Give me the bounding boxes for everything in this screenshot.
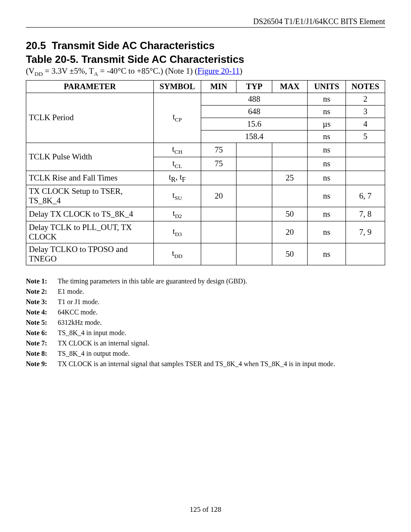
footnote-text: T1 or J1 mode.	[58, 298, 385, 306]
cell-typ: 488	[201, 93, 307, 105]
cell-min	[201, 207, 236, 221]
col-units: UNITS	[308, 80, 346, 93]
table-header-row: PARAMETER SYMBOL MIN TYP MAX UNITS NOTES	[26, 80, 385, 93]
table-row: TCLK Rise and Fall TimestR, tF25ns	[26, 171, 385, 185]
footnote-text: TX CLOCK is an internal signal.	[58, 339, 385, 347]
figure-link[interactable]: Figure 20-11	[197, 66, 240, 75]
cond-sub: A	[94, 71, 98, 77]
cell-typ: 158.4	[201, 130, 307, 143]
cond-text: = 3.3V ±5%, T	[43, 66, 94, 75]
cond-text: )	[240, 66, 242, 75]
footnote-row: Note 3:T1 or J1 mode.	[26, 298, 385, 306]
cell-typ	[237, 157, 272, 171]
cell-max: 50	[272, 243, 307, 265]
footnote-label: Note 9:	[26, 360, 58, 368]
cell-typ: 648	[201, 105, 307, 118]
cell-parameter: TCLK Rise and Fall Times	[26, 171, 154, 185]
footnote-text: TX CLOCK is an internal signal that samp…	[58, 360, 385, 368]
footnote-row: Note 2:E1 mode.	[26, 288, 385, 296]
cell-symbol: tCH	[153, 143, 201, 157]
header-rule	[26, 27, 385, 28]
table-row: Delay TCLKO to TPOSO and TNEGOtDD50ns	[26, 243, 385, 265]
cell-min	[201, 171, 236, 185]
cell-max: 25	[272, 171, 307, 185]
cell-symbol: tD2	[153, 207, 201, 221]
section-number: 20.5	[26, 40, 46, 51]
table-row: TCLK PeriodtCP488ns2	[26, 93, 385, 105]
footnote-text: E1 mode.	[58, 288, 385, 296]
footnote-text: TS_8K_4 in input mode.	[58, 329, 385, 337]
cell-units: ns	[308, 143, 346, 157]
cell-symbol: tR, tF	[153, 171, 201, 185]
col-min: MIN	[201, 80, 236, 93]
footnote-label: Note 8:	[26, 350, 58, 358]
cell-symbol: tSU	[153, 185, 201, 207]
footnotes-block: Note 1:The timing parameters in this tab…	[26, 277, 385, 368]
cell-symbol: tD3	[153, 221, 201, 243]
cell-notes: 3	[346, 105, 385, 118]
cell-units: ns	[308, 185, 346, 207]
cell-notes	[346, 171, 385, 185]
cell-units: ns	[308, 207, 346, 221]
footnote-label: Note 4:	[26, 308, 58, 316]
cell-notes	[346, 157, 385, 171]
cell-symbol: tDD	[153, 243, 201, 265]
footnote-row: Note 4:64KCC mode.	[26, 308, 385, 316]
footnote-label: Note 5:	[26, 319, 58, 327]
footnote-text: 64KCC mode.	[58, 308, 385, 316]
cell-parameter: Delay TX CLOCK to TS_8K_4	[26, 207, 154, 221]
cell-parameter: TCLK Pulse Width	[26, 143, 154, 171]
footnote-label: Note 3:	[26, 298, 58, 306]
table-title: Table 20-5. Transmit Side AC Characteris…	[26, 53, 385, 65]
footnote-row: Note 7:TX CLOCK is an internal signal.	[26, 339, 385, 347]
footnote-row: Note 9:TX CLOCK is an internal signal th…	[26, 360, 385, 368]
col-typ: TYP	[237, 80, 272, 93]
cell-typ	[237, 171, 272, 185]
footnote-row: Note 8:TS_8K_4 in output mode.	[26, 350, 385, 358]
cell-parameter: TX CLOCK Setup to TSER, TS_8K_4	[26, 185, 154, 207]
footnote-label: Note 6:	[26, 329, 58, 337]
document-header: DS26504 T1/E1/J1/64KCC BITS Element	[26, 17, 385, 26]
cell-typ	[237, 221, 272, 243]
col-parameter: PARAMETER	[26, 80, 154, 93]
cell-parameter: Delay TCLK to PLL_OUT, TX CLOCK	[26, 221, 154, 243]
cond-text: = -40°C to +85°C.) (Note 1) (	[98, 66, 198, 75]
cell-notes: 7, 9	[346, 221, 385, 243]
footnote-text: The timing parameters in this table are …	[58, 277, 385, 285]
cell-units: ns	[308, 243, 346, 265]
table-row: TX CLOCK Setup to TSER, TS_8K_4tSU20ns6,…	[26, 185, 385, 207]
cell-notes: 2	[346, 93, 385, 105]
cell-min: 20	[201, 185, 236, 207]
col-symbol: SYMBOL	[153, 80, 201, 93]
cell-typ	[237, 185, 272, 207]
cell-min	[201, 243, 236, 265]
footnote-label: Note 2:	[26, 288, 58, 296]
section-title: Transmit Side AC Characteristics	[52, 40, 215, 51]
footnote-row: Note 1:The timing parameters in this tab…	[26, 277, 385, 285]
cell-min	[201, 221, 236, 243]
footnote-row: Note 5:6312kHz mode.	[26, 319, 385, 327]
parameters-table: PARAMETER SYMBOL MIN TYP MAX UNITS NOTES…	[26, 80, 385, 265]
cell-max: 50	[272, 207, 307, 221]
cell-notes: 4	[346, 118, 385, 130]
footnote-label: Note 7:	[26, 339, 58, 347]
footnote-label: Note 1:	[26, 277, 58, 285]
cell-min: 75	[201, 143, 236, 157]
cell-typ	[237, 143, 272, 157]
cell-units: ns	[308, 221, 346, 243]
cell-units: ns	[308, 93, 346, 105]
cell-notes	[346, 143, 385, 157]
col-max: MAX	[272, 80, 307, 93]
table-row: Delay TX CLOCK to TS_8K_4tD250ns7, 8	[26, 207, 385, 221]
cell-notes: 7, 8	[346, 207, 385, 221]
cell-units: ns	[308, 105, 346, 118]
cell-max	[272, 143, 307, 157]
cell-notes: 5	[346, 130, 385, 143]
cell-notes	[346, 243, 385, 265]
cell-notes: 6, 7	[346, 185, 385, 207]
cell-symbol: tCL	[153, 157, 201, 171]
cell-typ: 15.6	[201, 118, 307, 130]
cell-parameter: Delay TCLKO to TPOSO and TNEGO	[26, 243, 154, 265]
page-footer: 125 of 128	[0, 505, 411, 514]
cell-min: 75	[201, 157, 236, 171]
